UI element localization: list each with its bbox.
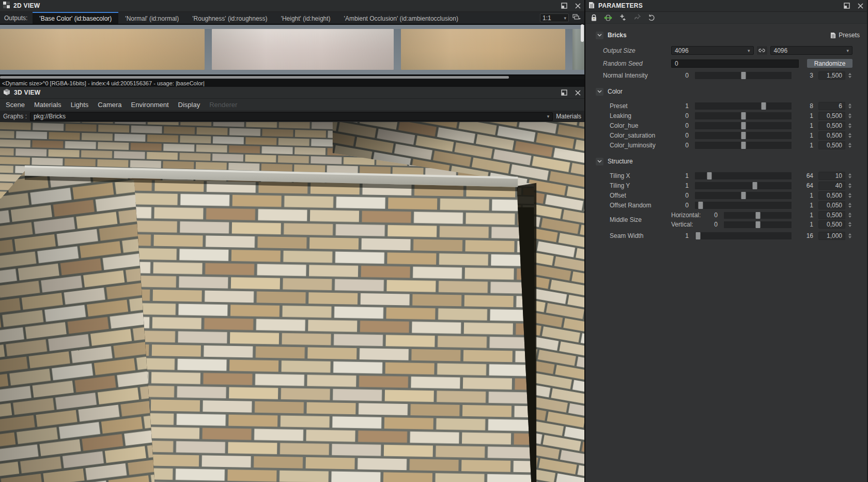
spinner-icon[interactable] — [847, 123, 853, 128]
offset-value[interactable]: 0,500 — [818, 191, 845, 200]
menu-scene[interactable]: Scene — [1, 101, 29, 109]
color-hue-slider[interactable] — [695, 122, 792, 129]
2d-texture-canvas[interactable] — [0, 24, 584, 76]
preset-slider[interactable] — [695, 102, 792, 110]
row-tiling-y: Tiling Y 1 64 40 — [585, 180, 867, 190]
float-window-icon[interactable] — [561, 2, 568, 9]
menu-environment[interactable]: Environment — [127, 101, 174, 109]
tab-ambientocclusion[interactable]: 'Ambient Occlusion' (id:ambientocclusion… — [337, 12, 465, 24]
link-icon[interactable] — [757, 46, 767, 55]
spinner-icon[interactable] — [847, 183, 853, 188]
menu-materials[interactable]: Materials — [29, 101, 66, 109]
color-luminosity-value[interactable]: 0,500 — [818, 141, 845, 149]
spinner-icon[interactable] — [847, 73, 853, 78]
row-offset-random: Offset Random 0 1 0,050 — [585, 200, 867, 210]
close-icon[interactable] — [574, 89, 581, 96]
reset-icon[interactable] — [647, 13, 656, 22]
menu-display[interactable]: Display — [174, 101, 205, 109]
tiling-y-slider[interactable] — [695, 182, 792, 189]
offset-slider[interactable] — [695, 192, 792, 199]
slider-max: 64 — [797, 172, 813, 179]
middle-size-v-value[interactable]: 0,500 — [818, 220, 845, 229]
tiling-y-value[interactable]: 40 — [818, 182, 845, 190]
menu-camera[interactable]: Camera — [93, 101, 126, 109]
spinner-icon[interactable] — [847, 103, 853, 109]
spinner-icon[interactable] — [847, 193, 853, 198]
parameters-toolbar — [585, 12, 867, 24]
offset-random-slider[interactable] — [695, 202, 792, 209]
float-window-icon[interactable] — [561, 89, 568, 96]
slider-handle[interactable] — [755, 221, 760, 228]
close-icon[interactable] — [857, 2, 864, 9]
scrollbar-thumb[interactable] — [0, 76, 509, 79]
output-size-label: Output Size — [603, 47, 671, 54]
output-width-dropdown[interactable]: 4096 ▾ — [671, 46, 754, 55]
randomize-button[interactable]: Randomize — [807, 59, 853, 68]
collapse-chevron-icon[interactable] — [596, 158, 603, 165]
add-parameter-icon[interactable] — [618, 13, 627, 22]
vertical-scrollbar[interactable] — [581, 24, 584, 42]
spinner-icon[interactable] — [847, 173, 853, 178]
menu-lights[interactable]: Lights — [66, 101, 94, 109]
color-saturation-slider[interactable] — [695, 132, 792, 139]
tab-roughness[interactable]: 'Roughness' (id:roughness) — [185, 12, 274, 24]
color-saturation-value[interactable]: 0,500 — [818, 131, 845, 140]
resize-link-icon[interactable] — [604, 13, 612, 22]
3d-viewport[interactable] — [0, 122, 584, 482]
spinner-icon[interactable] — [847, 203, 853, 208]
tiling-x-value[interactable]: 10 — [818, 172, 845, 180]
slider-handle[interactable] — [707, 172, 712, 179]
spinner-icon[interactable] — [847, 222, 853, 227]
color-luminosity-slider[interactable] — [695, 142, 792, 149]
slider-handle[interactable] — [741, 192, 746, 199]
slider-handle[interactable] — [752, 182, 757, 189]
normal-intensity-slider[interactable] — [695, 72, 792, 79]
tab-normal[interactable]: 'Normal' (id:normal) — [118, 12, 185, 24]
slider-handle[interactable] — [741, 132, 746, 139]
seam-width-slider[interactable] — [695, 232, 792, 239]
slider-handle[interactable] — [761, 102, 766, 110]
collapse-chevron-icon[interactable] — [596, 32, 603, 39]
tab-basecolor[interactable]: 'Base Color' (id:basecolor) — [33, 12, 118, 24]
spinner-icon[interactable] — [847, 113, 853, 118]
slider-label: Color_luminosity — [603, 142, 671, 149]
middle-size-v-slider[interactable] — [724, 221, 792, 228]
spinner-icon[interactable] — [847, 133, 853, 138]
offset-random-value[interactable]: 0,050 — [818, 201, 845, 209]
horizontal-scrollbar[interactable] — [0, 76, 584, 79]
output-height-dropdown[interactable]: 4096 ▾ — [770, 46, 853, 55]
view-options-icon[interactable] — [572, 13, 581, 22]
slider-handle[interactable] — [741, 72, 746, 79]
middle-size-h-slider[interactable] — [724, 212, 792, 219]
slider-handle[interactable] — [755, 212, 760, 219]
tab-height[interactable]: 'Height' (id:height) — [274, 12, 337, 24]
tiling-x-slider[interactable] — [695, 172, 792, 179]
color-hue-value[interactable]: 0,500 — [818, 122, 845, 130]
pin-icon[interactable] — [633, 13, 641, 22]
spinner-icon[interactable] — [847, 213, 853, 218]
float-window-icon[interactable] — [843, 2, 850, 9]
leaking-slider[interactable] — [695, 112, 792, 119]
presets-label: Presets — [839, 32, 860, 39]
collapse-chevron-icon[interactable] — [596, 88, 603, 96]
presets-button[interactable]: Presets — [830, 32, 860, 39]
spinner-icon[interactable] — [847, 143, 853, 148]
materials-button[interactable]: Materials — [556, 113, 581, 120]
middle-size-h-value[interactable]: 0,500 — [818, 211, 845, 219]
zoom-level-value: 1:1 — [542, 14, 551, 22]
zoom-level-dropdown[interactable]: 1:1 ▾ — [540, 13, 569, 22]
lock-icon[interactable] — [590, 13, 598, 22]
seam-width-value[interactable]: 1,000 — [818, 232, 845, 240]
normal-intensity-value[interactable]: 1,500 — [818, 71, 845, 80]
slider-handle[interactable] — [699, 202, 703, 209]
preset-value[interactable]: 6 — [818, 102, 845, 110]
close-icon[interactable] — [574, 2, 581, 9]
slider-handle[interactable] — [695, 232, 700, 239]
slider-handle[interactable] — [741, 122, 746, 129]
slider-handle[interactable] — [741, 142, 746, 149]
random-seed-input[interactable]: 0 — [671, 59, 799, 68]
graphs-dropdown[interactable]: pkg://Bricks ▾ — [30, 112, 553, 121]
slider-handle[interactable] — [741, 112, 746, 119]
spinner-icon[interactable] — [847, 233, 853, 238]
leaking-value[interactable]: 0,500 — [818, 112, 845, 120]
